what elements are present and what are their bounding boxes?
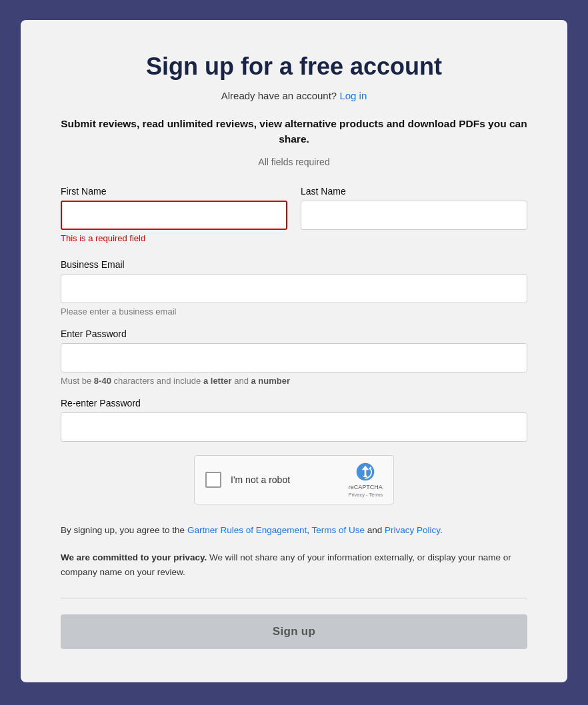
signup-card: Sign up for a free account Already have … [21, 20, 567, 682]
password-hint: Must be 8-40 characters and include a le… [61, 376, 527, 386]
login-link[interactable]: Log in [339, 90, 367, 101]
login-prompt-row: Already have an account? Log in [61, 90, 527, 101]
first-name-error: This is a required field [61, 233, 287, 243]
last-name-group: Last Name [301, 186, 527, 243]
divider [61, 598, 527, 598]
password-input[interactable] [61, 343, 527, 372]
captcha-checkbox[interactable] [205, 472, 221, 488]
reenter-password-label: Re-enter Password [61, 398, 527, 408]
login-prompt-text: Already have an account? [221, 90, 337, 101]
password-label: Enter Password [61, 329, 527, 339]
privacy-notice: We are committed to your privacy. We wil… [61, 550, 527, 579]
last-name-label: Last Name [301, 186, 527, 197]
legal-prefix: By signing up, you agree to the [61, 525, 187, 535]
email-group: Business Email Please enter a business e… [61, 259, 527, 317]
privacy-policy-link[interactable]: Privacy Policy [385, 525, 440, 535]
legal-separator: , [307, 525, 311, 535]
first-name-input[interactable] [61, 201, 287, 230]
captcha-privacy-text: Privacy - Terms [348, 492, 383, 498]
email-label: Business Email [61, 259, 527, 270]
terms-of-use-link[interactable]: Terms of Use [312, 525, 365, 535]
first-name-group: First Name This is a required field [61, 186, 287, 243]
legal-text: By signing up, you agree to the Gartner … [61, 523, 527, 538]
gartner-rules-link[interactable]: Gartner Rules of Engagement [187, 525, 307, 535]
captcha-logo-area: reCAPTCHA Privacy - Terms [348, 461, 383, 498]
last-name-input[interactable] [301, 201, 527, 230]
privacy-bold: We are committed to your privacy. [61, 552, 207, 562]
email-hint: Please enter a business email [61, 307, 527, 317]
name-row: First Name This is a required field Last… [61, 186, 527, 255]
captcha-label: I'm not a robot [231, 474, 339, 485]
legal-suffix: . [440, 525, 443, 535]
tagline-text: Submit reviews, read unlimited reviews, … [61, 116, 527, 147]
all-fields-label: All fields required [61, 157, 527, 167]
first-name-label: First Name [61, 186, 287, 197]
captcha-wrapper: I'm not a robot reCAPTCHA Privacy - Term… [61, 455, 527, 504]
signup-button[interactable]: Sign up [61, 614, 527, 649]
reenter-password-group: Re-enter Password [61, 398, 527, 442]
password-group: Enter Password Must be 8-40 characters a… [61, 329, 527, 386]
captcha-box[interactable]: I'm not a robot reCAPTCHA Privacy - Term… [194, 455, 394, 504]
reenter-password-input[interactable] [61, 412, 527, 442]
email-input[interactable] [61, 274, 527, 303]
page-title: Sign up for a free account [61, 52, 527, 81]
captcha-brand-text: reCAPTCHA [349, 484, 383, 490]
recaptcha-icon [355, 461, 376, 482]
legal-middle: and [365, 525, 385, 535]
